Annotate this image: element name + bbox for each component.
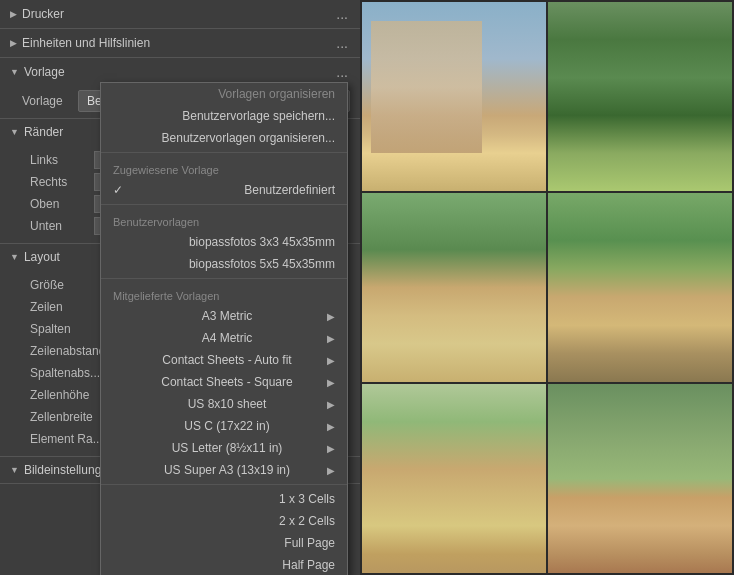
dropdown-1x3-cells[interactable]: 1 x 3 Cells [101,488,347,510]
sep-2 [101,204,347,205]
drucker-section: ▶ Drucker ... [0,0,360,29]
photo-4 [548,193,732,382]
dropdown-delivered-label: Mitgelieferte Vorlagen [101,282,347,305]
bildeinstellung-triangle: ▼ [10,465,19,475]
layout-label: Layout [24,250,60,264]
dropdown-us-super-a3[interactable]: US Super A3 (13x19 in) ▶ [101,459,347,481]
dropdown-item-label: US Super A3 (13x19 in) [164,463,290,477]
arrow-icon: ▶ [327,399,335,410]
dropdown-item-label: Benutzervorlage speichern... [182,109,335,123]
drucker-label: Drucker [22,7,64,21]
dropdown-item-label: Half Page [282,558,335,572]
dropdown-half-page[interactable]: Half Page [101,554,347,575]
arrow-icon: ▶ [327,421,335,432]
dropdown-full-page[interactable]: Full Page [101,532,347,554]
einheiten-section: ▶ Einheiten und Hilfslinien ... [0,29,360,58]
dropdown-item-label: A3 Metric [202,309,253,323]
sep-1 [101,152,347,153]
arrow-icon: ▶ [327,443,335,454]
photo-6 [548,384,732,573]
vorlage-section-label: Vorlage [24,65,65,79]
dropdown-2x2-cells[interactable]: 2 x 2 Cells [101,510,347,532]
photo-5 [362,384,546,573]
links-label: Links [30,153,90,167]
dropdown-us-c[interactable]: US C (17x22 in) ▶ [101,415,347,437]
dropdown-contact-sheets-square[interactable]: Contact Sheets - Square ▶ [101,371,347,393]
arrow-icon: ▶ [327,465,335,476]
dropdown-biopass-5x5[interactable]: biopassfotos 5x5 45x35mm [101,253,347,275]
arrow-icon: ▶ [327,311,335,322]
dropdown-benutzervorlagen-organisieren[interactable]: Benutzervorlagen organisieren... [101,127,347,149]
dropdown-contact-sheets-auto[interactable]: Contact Sheets - Auto fit ▶ [101,349,347,371]
dropdown-item-label: Contact Sheets - Auto fit [162,353,291,367]
layout-triangle: ▼ [10,252,19,262]
dropdown-benutzerdefiniert[interactable]: Benutzerdefiniert [101,179,347,201]
dropdown-item-label: US 8x10 sheet [188,397,267,411]
drucker-dots[interactable]: ... [334,6,350,22]
einheiten-triangle: ▶ [10,38,17,48]
oben-label: Oben [30,197,90,211]
dropdown-item-label: Full Page [284,536,335,550]
sep-4 [101,484,347,485]
dropdown-vorlagen-organisieren: Vorlagen organisieren [101,83,347,105]
photo-2 [548,2,732,191]
rechts-label: Rechts [30,175,90,189]
dropdown-item-label: Vorlagen organisieren [218,87,335,101]
unten-label: Unten [30,219,90,233]
bildeinstellung-label: Bildeinstellung [24,463,101,477]
dropdown-a3-metric[interactable]: A3 Metric ▶ [101,305,347,327]
left-panel: ▶ Drucker ... ▶ Einheiten und Hilfslinie… [0,0,360,575]
dropdown-a4-metric[interactable]: A4 Metric ▶ [101,327,347,349]
dropdown-item-label: 1 x 3 Cells [279,492,335,506]
drucker-header[interactable]: ▶ Drucker ... [0,0,360,28]
vorlage-dropdown: Vorlagen organisieren Benutzervorlage sp… [100,82,348,575]
arrow-icon: ▶ [327,333,335,344]
arrow-icon: ▶ [327,355,335,366]
arrow-icon: ▶ [327,377,335,388]
vorlage-dots[interactable]: ... [334,64,350,80]
dropdown-us-letter[interactable]: US Letter (8½x11 in) ▶ [101,437,347,459]
sep-3 [101,278,347,279]
photo-1 [362,2,546,191]
drucker-triangle: ▶ [10,9,17,19]
dropdown-item-label: A4 Metric [202,331,253,345]
dropdown-item-label: US Letter (8½x11 in) [172,441,283,455]
dropdown-item-label: Benutzervorlagen organisieren... [162,131,335,145]
photo-grid [360,0,734,575]
einheiten-header[interactable]: ▶ Einheiten und Hilfslinien ... [0,29,360,57]
dropdown-us-8x10[interactable]: US 8x10 sheet ▶ [101,393,347,415]
raender-label: Ränder [24,125,63,139]
dropdown-item-label: biopassfotos 3x3 45x35mm [189,235,335,249]
einheiten-label: Einheiten und Hilfslinien [22,36,150,50]
einheiten-dots[interactable]: ... [334,35,350,51]
dropdown-item-label: Benutzerdefiniert [244,183,335,197]
dropdown-item-label: 2 x 2 Cells [279,514,335,528]
dropdown-assigned-label: Zugewiesene Vorlage [101,156,347,179]
dropdown-user-label: Benutzervorlagen [101,208,347,231]
photo-3 [362,193,546,382]
vorlage-section: ▼ Vorlage ... Vorlage Benutzerdefiniert … [0,58,360,119]
vorlage-triangle: ▼ [10,67,19,77]
dropdown-item-label: biopassfotos 5x5 45x35mm [189,257,335,271]
dropdown-biopass-3x3[interactable]: biopassfotos 3x3 45x35mm [101,231,347,253]
vorlage-field-label: Vorlage [22,94,72,108]
raender-triangle: ▼ [10,127,19,137]
dropdown-item-label: Contact Sheets - Square [161,375,292,389]
dropdown-vorlage-speichern[interactable]: Benutzervorlage speichern... [101,105,347,127]
dropdown-item-label: US C (17x22 in) [184,419,269,433]
